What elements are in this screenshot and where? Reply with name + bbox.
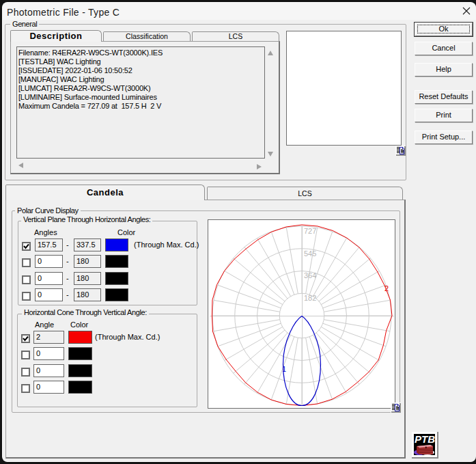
svg-text:545: 545 [304, 249, 316, 258]
svg-text:1: 1 [282, 365, 286, 373]
svg-text:727: 727 [304, 227, 316, 235]
svg-text:2: 2 [384, 284, 389, 292]
svg-text:364: 364 [304, 271, 316, 279]
svg-text:182: 182 [304, 294, 316, 302]
